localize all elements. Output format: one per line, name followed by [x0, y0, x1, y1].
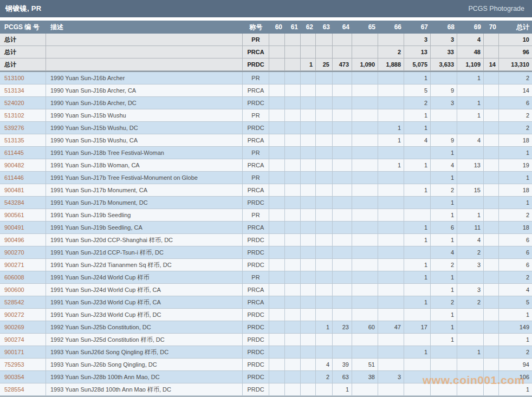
pcgs-number-link[interactable]: 900600 — [0, 284, 46, 296]
grade-60-cell — [269, 159, 285, 172]
grade-67-cell: 2 — [404, 97, 431, 109]
table-row: 5240201990 Yuan Sun-J16b Archer, DCPRDC2… — [0, 97, 532, 109]
pcgs-number-link[interactable]: 528554 — [0, 383, 46, 396]
grade-67-cell: 1 — [404, 72, 431, 84]
pcgs-number-link[interactable]: 900481 — [0, 184, 46, 197]
grade-69-cell — [457, 359, 484, 371]
pcgs-number-link[interactable]: 606008 — [0, 271, 46, 284]
grade-69-cell — [457, 383, 484, 396]
grade-66-cell — [378, 271, 404, 284]
pcgs-number-link[interactable]: 513102 — [0, 109, 46, 122]
description-cell: 1991 Yuan Sun-J17b Monument, CA — [46, 184, 243, 197]
grade-61-cell — [285, 134, 301, 147]
grade-67-cell: 1 — [404, 159, 431, 172]
grade-62-cell — [301, 109, 316, 122]
row-total-cell: 1 — [499, 197, 532, 209]
grade-60-cell — [269, 72, 285, 84]
grade-62-cell — [301, 97, 316, 109]
grade-64-cell: 23 — [333, 321, 352, 334]
grade-65-cell — [352, 334, 378, 346]
grade-65-cell — [352, 172, 378, 184]
grade-70-cell — [484, 246, 499, 259]
row-total-cell: 149 — [499, 321, 532, 334]
pcgs-number-link[interactable]: 900270 — [0, 246, 46, 259]
table-row: 9003541993 Yuan Sun-J28b 100th Ann Mao, … — [0, 371, 532, 383]
pcgs-number-link[interactable]: 543284 — [0, 197, 46, 209]
grade-61-cell — [285, 259, 301, 271]
description-cell — [46, 58, 243, 71]
grade-68-cell: 3 — [431, 97, 457, 109]
col-header-grade-61: 61 — [285, 21, 301, 34]
pcgs-number-link[interactable]: 900272 — [0, 309, 46, 321]
grade-64-cell — [333, 296, 352, 309]
grade-65-cell — [352, 309, 378, 321]
grade-61-cell — [285, 84, 301, 97]
pcgs-number-link[interactable]: 752953 — [0, 359, 46, 371]
grade-66-cell — [378, 334, 404, 346]
designation-cell: PRDC — [243, 197, 269, 209]
row-total-cell: 4 — [499, 284, 532, 296]
grade-66-cell — [378, 72, 404, 84]
pcgs-number-link[interactable]: 528542 — [0, 296, 46, 309]
pcgs-number-link[interactable]: 900271 — [0, 259, 46, 271]
pcgs-number-link[interactable]: 900269 — [0, 321, 46, 334]
pcgs-number-link[interactable]: 900561 — [0, 209, 46, 222]
description-cell — [46, 34, 243, 46]
pcgs-number-link[interactable]: 513135 — [0, 134, 46, 147]
grade-70-cell — [484, 159, 499, 172]
grade-63-cell — [316, 159, 333, 172]
designation-cell: PRDC — [243, 334, 269, 346]
table-row: 9004811991 Yuan Sun-J17b Monument, CAPRC… — [0, 184, 532, 197]
grade-60-cell — [269, 246, 285, 259]
grade-65-cell — [352, 34, 378, 46]
pcgs-number-link[interactable]: 513100 — [0, 72, 46, 84]
grade-61-cell — [285, 246, 301, 259]
pcgs-number-link[interactable]: 513134 — [0, 84, 46, 97]
description-cell: 1991 Yuan Sun-J23d World Cup 样币, DC — [46, 309, 243, 321]
grade-70-cell — [484, 97, 499, 109]
grade-62-cell — [301, 72, 316, 84]
photograde-label: PCGS Photograde — [468, 5, 524, 12]
grade-63-cell — [316, 34, 333, 46]
grade-63-cell — [316, 346, 333, 359]
pcgs-number-link[interactable]: 900354 — [0, 371, 46, 383]
grade-65-cell — [352, 259, 378, 271]
grade-62-cell — [301, 234, 316, 246]
grade-60-cell — [269, 371, 285, 383]
pcgs-number-link[interactable]: 900171 — [0, 346, 46, 359]
pcgs-number-link[interactable]: 900491 — [0, 222, 46, 234]
pcgs-number-link[interactable]: 611445 — [0, 147, 46, 159]
grade-63-cell — [316, 122, 333, 134]
grade-66-cell — [378, 184, 404, 197]
pcgs-number-link[interactable]: 611446 — [0, 172, 46, 184]
pcgs-number-link[interactable]: 524020 — [0, 97, 46, 109]
pcgs-number-link[interactable]: 900496 — [0, 234, 46, 246]
grade-62-cell: 1 — [301, 58, 316, 71]
grade-66-cell — [378, 359, 404, 371]
designation-cell: PR — [243, 34, 269, 46]
grade-67-cell — [404, 147, 431, 159]
description-cell: 1990 Yuan Sun-J15b Wushu, DC — [46, 122, 243, 134]
grade-61-cell — [285, 209, 301, 222]
grade-69-cell — [457, 271, 484, 284]
grade-60-cell — [269, 84, 285, 97]
grade-65-cell: 38 — [352, 371, 378, 383]
grade-70-cell: 14 — [484, 58, 499, 71]
col-header-grade-65: 65 — [352, 21, 378, 34]
grade-62-cell — [301, 346, 316, 359]
grade-68-cell: 3 — [431, 34, 457, 46]
grade-64-cell — [333, 109, 352, 122]
grade-68-cell: 1 — [431, 334, 457, 346]
grade-61-cell — [285, 321, 301, 334]
grade-70-cell — [484, 147, 499, 159]
grade-66-cell: 1 — [378, 134, 404, 147]
grade-60-cell — [269, 197, 285, 209]
pcgs-number-link[interactable]: 539276 — [0, 122, 46, 134]
pcgs-number-link[interactable]: 900274 — [0, 334, 46, 346]
pcgs-number-link[interactable]: 900482 — [0, 159, 46, 172]
column-header-row: PCGS 编 号 描述 称号 6061626364656667686970总计 — [0, 21, 532, 34]
row-total-cell: 2 — [499, 209, 532, 222]
grade-64-cell — [333, 309, 352, 321]
grade-70-cell — [484, 46, 499, 58]
description-cell: 1991 Yuan Sun-J24d World Cup 样币 — [46, 271, 243, 284]
